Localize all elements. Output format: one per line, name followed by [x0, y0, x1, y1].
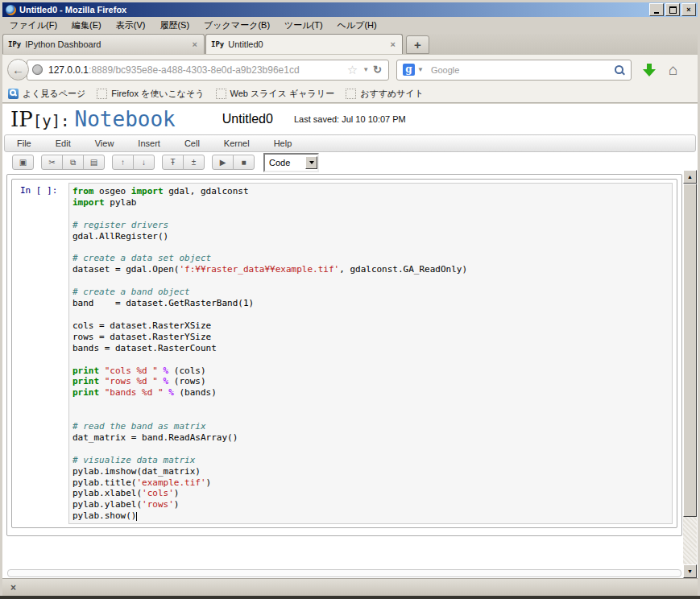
- code-editor[interactable]: from osgeo import gdal, gdalconstimport …: [68, 183, 673, 524]
- notebook-scrollbar[interactable]: ▲ ▼: [683, 170, 697, 578]
- arrow-up-icon: ↑: [121, 159, 125, 167]
- minimize-icon: [654, 12, 659, 14]
- download-arrow-icon: [647, 64, 652, 69]
- new-tab-button[interactable]: +: [406, 35, 429, 54]
- menu-item-file[interactable]: ファイル(F): [2, 18, 64, 33]
- smart-folder-icon: [8, 89, 19, 99]
- nb-menu-edit[interactable]: Edit: [43, 138, 83, 148]
- cut-cell-button[interactable]: ✂: [41, 155, 63, 170]
- site-globe-icon: [32, 64, 43, 75]
- title-bar[interactable]: Untitled0 - Mozilla Firefox ×: [2, 2, 698, 17]
- bookmark-star-icon[interactable]: ☆: [347, 63, 358, 77]
- insert-cell-above-button[interactable]: Ŧ: [162, 155, 184, 170]
- maximize-button[interactable]: [665, 3, 680, 16]
- bookmark-suggested-sites[interactable]: おすすめサイト: [340, 88, 429, 100]
- bookmark-placeholder-icon: [216, 89, 226, 99]
- ipython-favicon: IPy: [211, 40, 224, 48]
- url-bar[interactable]: 127.0.0.1:8889/bc935e8e-a488-4303-8e0d-a…: [27, 60, 389, 81]
- copy-cell-button[interactable]: ⧉: [62, 155, 84, 170]
- move-cell-up-button[interactable]: ↑: [112, 155, 134, 170]
- cell-type-select[interactable]: Code: [263, 153, 319, 172]
- tab-label: IPython Dashboard: [25, 39, 101, 49]
- menu-bar: ファイル(F) 編集(E) 表示(V) 履歴(S) ブックマーク(B) ツール(…: [2, 17, 698, 34]
- tab-close-icon[interactable]: ×: [191, 39, 199, 49]
- menu-item-tools[interactable]: ツール(T): [277, 18, 330, 33]
- window-bottom-edge: [0, 596, 700, 599]
- insert-above-icon: Ŧ: [170, 159, 175, 167]
- nb-menu-file[interactable]: File: [5, 138, 43, 148]
- paste-cell-button[interactable]: ▤: [83, 155, 105, 170]
- tab-label: Untitled0: [228, 39, 263, 49]
- nb-menu-kernel[interactable]: Kernel: [212, 138, 262, 148]
- arrow-down-icon: ↓: [142, 159, 146, 167]
- scroll-down-button[interactable]: ▼: [683, 564, 697, 578]
- menu-item-help[interactable]: ヘルプ(H): [330, 18, 384, 33]
- tab-strip: IPy IPython Dashboard × IPy Untitled0 × …: [2, 34, 698, 55]
- notebook-area: In [ ]: from osgeo import gdal, gdalcons…: [6, 174, 682, 536]
- nb-menu-view[interactable]: View: [83, 138, 126, 148]
- nb-menu-cell[interactable]: Cell: [172, 138, 212, 148]
- search-engine-dropdown-icon[interactable]: ▼: [417, 66, 424, 73]
- tab-untitled0[interactable]: IPy Untitled0 ×: [205, 34, 403, 54]
- browser-content: IP[y]:Notebook Untitled0 Last saved: Jul…: [2, 104, 698, 578]
- menu-item-view[interactable]: 表示(V): [109, 18, 153, 33]
- scroll-up-button[interactable]: ▲: [683, 170, 697, 184]
- save-icon: ▣: [19, 159, 27, 167]
- cell-type-value: Code: [265, 158, 305, 167]
- search-icon[interactable]: [615, 65, 623, 74]
- notebook-header: IP[y]:Notebook Untitled0 Last saved: Jul…: [2, 104, 698, 134]
- menu-item-bookmarks[interactable]: ブックマーク(B): [197, 18, 277, 33]
- bookmarks-bar: よく見るページ Firefox を使いこなそう Web スライス ギャラリー お…: [2, 85, 698, 103]
- copy-icon: ⧉: [70, 159, 76, 167]
- tab-ipython-dashboard[interactable]: IPy IPython Dashboard ×: [2, 34, 205, 54]
- nb-menu-insert[interactable]: Insert: [126, 138, 172, 148]
- window-title: Untitled0 - Mozilla Firefox: [19, 5, 126, 14]
- navigation-bar: ← 127.0.0.1:8889/bc935e8e-a488-4303-8e0d…: [2, 55, 698, 85]
- menu-item-history[interactable]: 履歴(S): [152, 18, 197, 33]
- home-button[interactable]: ⌂: [669, 62, 677, 77]
- move-cell-down-button[interactable]: ↓: [133, 155, 155, 170]
- pager-resizer[interactable]: [7, 569, 681, 577]
- ipython-logo[interactable]: IP[y]:Notebook: [10, 107, 176, 131]
- cut-icon: ✂: [48, 159, 55, 167]
- window-controls: ×: [649, 3, 696, 16]
- notebook-toolbar: ▣ ✂ ⧉ ▤ ↑ ↓ Ŧ ± ▶ ■ Code: [2, 152, 698, 172]
- menu-item-edit[interactable]: 編集(E): [64, 18, 109, 33]
- insert-cell-below-button[interactable]: ±: [183, 155, 205, 170]
- select-dropdown-button[interactable]: [305, 156, 317, 169]
- bookmark-placeholder-icon: [97, 89, 107, 99]
- tab-close-icon[interactable]: ×: [389, 39, 397, 49]
- minimize-button[interactable]: [649, 3, 664, 16]
- search-input[interactable]: Google: [431, 65, 615, 75]
- bookmark-getting-started[interactable]: Firefox を使いこなそう: [91, 88, 209, 100]
- search-bar[interactable]: g ▼ Google: [396, 60, 632, 81]
- maximize-icon: [669, 6, 677, 14]
- back-button[interactable]: ←: [7, 59, 29, 81]
- insert-below-icon: ±: [192, 159, 197, 167]
- run-cell-button[interactable]: ▶: [212, 155, 234, 170]
- scrollbar-thumb[interactable]: [683, 184, 697, 517]
- bookmark-web-slice-gallery[interactable]: Web スライス ギャラリー: [210, 88, 341, 100]
- interrupt-kernel-button[interactable]: ■: [233, 155, 255, 170]
- close-button[interactable]: ×: [681, 3, 696, 16]
- ipython-favicon: IPy: [8, 40, 21, 48]
- play-icon: ▶: [220, 159, 226, 167]
- notebook-title[interactable]: Untitled0: [222, 112, 273, 126]
- statusbar-close-icon[interactable]: ×: [10, 582, 16, 593]
- status-bar: ×: [2, 578, 698, 596]
- firefox-icon: [6, 5, 16, 15]
- code-cell[interactable]: In [ ]: from osgeo import gdal, gdalcons…: [11, 179, 677, 528]
- paste-icon: ▤: [90, 159, 97, 167]
- reload-icon[interactable]: ↻: [373, 64, 382, 76]
- nb-menu-help[interactable]: Help: [262, 138, 304, 148]
- save-button[interactable]: ▣: [12, 155, 34, 170]
- bookmark-placeholder-icon: [346, 89, 356, 99]
- code-lines: from osgeo import gdal, gdalconstimport …: [72, 186, 670, 522]
- stop-icon: ■: [241, 159, 246, 167]
- notebook-menu-bar: File Edit View Insert Cell Kernel Help: [4, 134, 696, 152]
- last-saved-text: Last saved: Jul 10 10:07 PM: [294, 114, 406, 124]
- url-text[interactable]: 127.0.0.1:8889/bc935e8e-a488-4303-8e0d-a…: [48, 64, 345, 76]
- bookmark-most-visited[interactable]: よく見るページ: [2, 88, 91, 100]
- url-dropdown-icon[interactable]: ▼: [362, 66, 369, 73]
- download-button[interactable]: [643, 64, 656, 76]
